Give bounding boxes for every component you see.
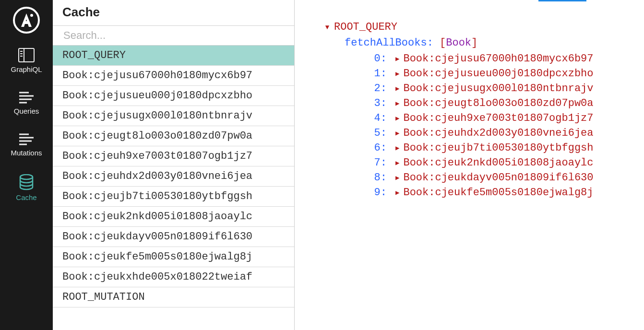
app-root: GraphiQLQueriesMutationsCache Cache ROOT… (0, 0, 644, 330)
array-entry[interactable]: 6:▶Book:cjeujb7ti00530180ytbfggsh (369, 142, 644, 154)
cache-reference: Book:cjejusugx000l0180ntbnrajv (403, 82, 593, 94)
cache-reference: Book:cjeujb7ti00530180ytbfggsh (403, 142, 593, 154)
cache-reference: Book:cjeukdayv005n01809if6l630 (403, 172, 593, 184)
cache-reference: Book:cjeugt8lo003o0180zd07pw0a (403, 97, 593, 109)
svg-rect-1 (19, 48, 34, 62)
cache-entry-list: ROOT_QUERYBook:cjejusu67000h0180mycx6b97… (53, 46, 294, 330)
svg-point-14 (20, 175, 33, 179)
svg-point-0 (30, 14, 33, 17)
cache-reference: Book:cjejusu67000h0180mycx6b97 (403, 53, 593, 65)
search-row (53, 26, 294, 46)
array-index: 9: (369, 187, 389, 199)
search-input[interactable] (62, 29, 285, 42)
nav-item-graphiql[interactable]: GraphiQL (11, 48, 42, 73)
cache-reference: Book:cjeuh9xe7003t01807ogb1jz7 (403, 112, 593, 124)
array-entry[interactable]: 9:▶Book:cjeukfe5m005s0180ejwalg8j (369, 187, 644, 199)
cache-entry[interactable]: Book:cjeuk2nkd005i01808jaoaylc (53, 207, 294, 227)
graphiql-icon (18, 48, 35, 62)
root-query-label: ROOT_QUERY (334, 21, 397, 33)
caret-right-icon[interactable]: ▶ (389, 129, 403, 137)
array-entries: 0:▶Book:cjejusu67000h0180mycx6b971:▶Book… (345, 53, 644, 201)
sidebar: GraphiQLQueriesMutationsCache (0, 0, 53, 330)
cache-entry[interactable]: ROOT_QUERY (53, 46, 294, 66)
nav-item-mutations[interactable]: Mutations (11, 132, 42, 157)
array-index: 8: (369, 172, 389, 184)
array-index: 0: (369, 53, 389, 65)
cache-entry[interactable]: ROOT_MUTATION (53, 287, 294, 307)
cache-list-panel: Cache ROOT_QUERYBook:cjejusu67000h0180my… (53, 0, 295, 330)
active-tab-indicator (538, 0, 586, 1)
nav-label: Cache (16, 193, 36, 201)
array-entry[interactable]: 4:▶Book:cjeuh9xe7003t01807ogb1jz7 (369, 112, 644, 124)
cache-reference: Book:cjeuk2nkd005i01808jaoaylc (403, 157, 593, 169)
cache-entry[interactable]: Book:cjeukdayv005n01809if6l630 (53, 227, 294, 247)
array-entry[interactable]: 3:▶Book:cjeugt8lo003o0180zd07pw0a (369, 97, 644, 109)
nav-label: Mutations (11, 149, 42, 157)
cache-reference: Book:cjejusueu000j0180dpcxzbho (403, 68, 593, 80)
cache-detail-panel: ROOT_QUERY fetchAllBooks: [Book] 0:▶Book… (295, 0, 644, 330)
array-entry[interactable]: 2:▶Book:cjejusugx000l0180ntbnrajv (369, 82, 644, 94)
caret-right-icon[interactable]: ▶ (389, 55, 403, 63)
cache-entry[interactable]: Book:cjeujb7ti00530180ytbfggsh (53, 187, 294, 207)
queries-icon (18, 91, 35, 104)
caret-right-icon[interactable]: ▶ (389, 189, 403, 197)
cache-entry[interactable]: Book:cjeugt8lo003o0180zd07pw0a (53, 126, 294, 146)
caret-down-icon[interactable] (323, 24, 331, 31)
cache-icon (19, 174, 34, 190)
nav-label: Queries (14, 107, 39, 115)
array-entry[interactable]: 1:▶Book:cjejusueu000j0180dpcxzbho (369, 68, 644, 80)
field-row[interactable]: fetchAllBooks: [Book] (323, 37, 644, 49)
nav-label: GraphiQL (11, 65, 42, 73)
array-index: 4: (369, 112, 389, 124)
cache-entry[interactable]: Book:cjejusueu000j0180dpcxzbho (53, 86, 294, 106)
array-entry[interactable]: 5:▶Book:cjeuhdx2d003y0180vnei6jea (369, 127, 644, 139)
caret-right-icon[interactable]: ▶ (389, 114, 403, 122)
cache-reference: Book:cjeukfe5m005s0180ejwalg8j (403, 187, 593, 199)
cache-entry[interactable]: Book:cjejusugx000l0180ntbnrajv (53, 106, 294, 126)
caret-right-icon[interactable]: ▶ (389, 159, 403, 167)
array-entry[interactable]: 7:▶Book:cjeuk2nkd005i01808jaoaylc (369, 157, 644, 169)
cache-entry[interactable]: Book:cjeuhdx2d003y0180vnei6jea (53, 166, 294, 187)
cache-entry[interactable]: Book:cjejusu67000h0180mycx6b97 (53, 66, 294, 86)
caret-right-icon[interactable]: ▶ (389, 99, 403, 107)
field-type: Book (446, 37, 471, 49)
array-entry[interactable]: 0:▶Book:cjejusu67000h0180mycx6b97 (369, 53, 644, 65)
caret-right-icon[interactable]: ▶ (389, 84, 403, 93)
array-index: 5: (369, 127, 389, 139)
caret-right-icon[interactable]: ▶ (389, 174, 403, 182)
array-index: 1: (369, 68, 389, 80)
panel-header: Cache (53, 0, 294, 26)
tree-root[interactable]: ROOT_QUERY (323, 21, 644, 33)
nav-item-cache[interactable]: Cache (11, 174, 42, 201)
nav-item-queries[interactable]: Queries (11, 91, 42, 115)
field-name: fetchAllBooks (345, 37, 427, 49)
mutations-icon (18, 132, 35, 146)
caret-right-icon[interactable]: ▶ (389, 70, 403, 78)
cache-reference: Book:cjeuhdx2d003y0180vnei6jea (403, 127, 593, 139)
apollo-logo-icon (13, 7, 40, 34)
array-index: 2: (369, 82, 389, 94)
array-entry[interactable]: 8:▶Book:cjeukdayv005n01809if6l630 (369, 172, 644, 184)
array-index: 6: (369, 142, 389, 154)
cache-entry[interactable]: Book:cjeukxhde005x018022tweiaf (53, 267, 294, 287)
cache-entry[interactable]: Book:cjeukfe5m005s0180ejwalg8j (53, 247, 294, 267)
caret-right-icon[interactable]: ▶ (389, 144, 403, 152)
array-index: 7: (369, 157, 389, 169)
panel-title: Cache (62, 5, 285, 20)
cache-entry[interactable]: Book:cjeuh9xe7003t01807ogb1jz7 (53, 146, 294, 166)
array-index: 3: (369, 97, 389, 109)
